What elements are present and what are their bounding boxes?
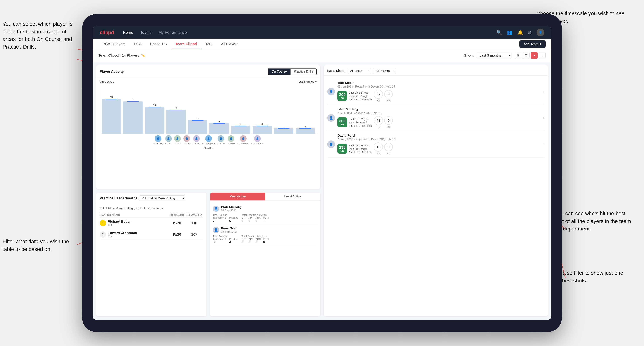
toggle-on-course[interactable]: On Course (268, 68, 290, 75)
shots-filter-select[interactable]: All Shots Best Shots (348, 68, 371, 74)
shot-zero-value: 0 (384, 90, 393, 98)
bar-avatar: 👤 (165, 135, 172, 142)
practice-label: Practice (229, 238, 238, 240)
bar[interactable] (145, 107, 164, 134)
tournament-label: Tournament (213, 216, 226, 219)
active-player-name: Blair McHarg (221, 205, 241, 209)
toggle-practice[interactable]: Practice Drills (290, 68, 316, 75)
bar-chart: 13 12 10 9 5 4 3 3 (100, 85, 317, 134)
add-team-button[interactable]: Add Team + (520, 40, 546, 48)
bar[interactable] (231, 126, 250, 134)
bar-avatars-row: 👤 B. McHarg 👤 R. Britt 👤 D. Ford 👤 J. Co… (100, 134, 317, 145)
bar[interactable] (102, 99, 121, 134)
bar-name: E. Crossman (237, 142, 249, 145)
plus-circle-icon[interactable]: ⊕ (528, 30, 532, 35)
shot-player-avatar: 👤 (327, 88, 335, 95)
shot-badge: 200 SG (338, 91, 347, 101)
practice-row[interactable]: 1 Richard Butler ① 1 19/20 110 (100, 218, 203, 229)
nav-links: Home Teams My Performance (123, 30, 187, 35)
putt-label: PUTT (263, 216, 270, 219)
bar[interactable] (252, 126, 272, 134)
shot-zero-label: yds (387, 99, 390, 102)
tab-all-players[interactable]: All Players (217, 39, 242, 49)
practice-row[interactable]: 2 Edward Crossman ② 2 18/20 107 (100, 229, 203, 240)
bar-value: 9 (175, 107, 176, 109)
nav-link-teams[interactable]: Teams (140, 30, 152, 35)
shot-item[interactable]: 👤 Blair McHarg 23 Jul 2023 · Ashridge GC… (327, 105, 544, 131)
bar-group: 4 (209, 120, 229, 134)
bell-icon[interactable]: 🔔 (517, 30, 523, 35)
shot-zero-label: yds (387, 126, 390, 128)
show-select[interactable]: Last 3 months Last 6 months Last 12 mont… (476, 52, 511, 59)
user-avatar[interactable]: 👤 (536, 29, 544, 36)
bar[interactable] (296, 128, 315, 134)
shot-item[interactable]: 👤 David Ford 24 Aug 2023 · Royal North D… (327, 131, 544, 158)
card-view-icon[interactable]: ♥ (531, 52, 538, 59)
users-icon[interactable]: 👥 (507, 30, 512, 35)
tab-team-clippd[interactable]: Team Clippd (171, 39, 201, 49)
shots-players-select[interactable]: All Players (373, 68, 396, 74)
putt-value: 0 (263, 240, 270, 244)
bar[interactable] (166, 110, 186, 134)
practice-value: 4 (229, 240, 238, 244)
bar-avatar: 👤 (218, 135, 224, 142)
tab-hcaps[interactable]: Hcaps 1-5 (146, 39, 171, 49)
bar-chart-inner: 13 12 10 9 5 4 3 3 (100, 85, 317, 134)
bar[interactable] (123, 101, 142, 134)
bar-value: 10 (153, 104, 156, 106)
shot-zero-value: 0 (384, 116, 393, 125)
app-value: 0 (249, 240, 254, 244)
shots-card-header: Best Shots All Shots Best Shots All Play… (324, 65, 548, 76)
bar-avatar: 👤 (184, 135, 190, 142)
shot-zero-value: 0 (384, 143, 393, 151)
list-view-icon[interactable]: ☰ (523, 52, 530, 59)
practice-pb-score: 18/20 (168, 232, 186, 236)
shot-player-info: David Ford 24 Aug 2023 · Royal North Dev… (338, 134, 540, 155)
bar-group: 2 (296, 125, 315, 134)
tab-most-active[interactable]: Most Active (210, 192, 265, 200)
tab-least-active[interactable]: Least Active (265, 192, 320, 200)
edit-icon[interactable]: ✏️ (141, 53, 145, 57)
search-icon[interactable]: 🔍 (496, 30, 502, 35)
activity-card-header: Player Activity On Course Practice Drill… (96, 65, 320, 77)
active-player-date: 26 Aug 2023 (221, 209, 241, 212)
main-grid: Player Activity On Course Practice Drill… (93, 62, 551, 320)
bar-value: 4 (218, 120, 220, 123)
practice-subtitle: PUTT Must Make Putting (3-6 ft), Last 3 … (100, 206, 203, 210)
chart-dropdown[interactable]: Total Rounds ▾ (297, 80, 317, 84)
bar-value: 2 (283, 125, 284, 128)
tab-tour[interactable]: Tour (201, 39, 217, 49)
tab-pga[interactable]: PGA (130, 39, 146, 49)
shot-player-avatar: 👤 (327, 114, 335, 122)
bar[interactable] (188, 120, 207, 134)
practice-activities-label: Total Practice Activities (242, 213, 270, 216)
shot-chevron-icon: › (543, 116, 544, 120)
practice-player-info: Edward Crossman ② 2 (108, 231, 168, 238)
practice-pb-score: 19/20 (168, 221, 186, 225)
bar-group: 3 (231, 123, 250, 134)
tournament-label: Tournament (213, 238, 226, 240)
bar[interactable] (274, 128, 294, 134)
practice-dropdown[interactable]: PUTT Must Make Putting ... (139, 195, 185, 201)
shot-details: 198 SG Shot Dist: 16 yds Start Lie: Roug… (338, 142, 540, 155)
app-value: 0 (249, 219, 254, 223)
activity-card-content: On Course Total Rounds ▾ 13 12 (96, 77, 320, 189)
tab-pgat-players[interactable]: PGAT Players (98, 39, 130, 49)
view-icons: ⊞ ☰ ♥ ⋮ (515, 52, 546, 59)
bar-value: 3 (240, 123, 241, 125)
bar[interactable] (209, 123, 229, 134)
shot-zero-box: 0 yds (384, 116, 393, 128)
shot-zero-box: 0 yds (384, 143, 393, 155)
most-active-tabs: Most Active Least Active (210, 192, 320, 201)
grid-view-icon[interactable]: ⊞ (515, 52, 522, 59)
shot-item[interactable]: 👤 Matt Miller 09 Jun 2023 · Royal North … (327, 78, 544, 105)
shot-player-info: Matt Miller 09 Jun 2023 · Royal North De… (338, 81, 540, 102)
content-area: Team Clippd | 14 Players ✏️ Show: Last 3… (93, 49, 551, 320)
nav-link-performance[interactable]: My Performance (158, 30, 187, 35)
nav-link-home[interactable]: Home (123, 30, 133, 35)
practice-title: Practice Leaderboards (100, 196, 138, 200)
tablet-device: clippd Home Teams My Performance 🔍 👥 🔔 ⊕… (82, 14, 562, 332)
rank-badge: 1 (100, 220, 106, 226)
nav-logo: clippd (100, 30, 114, 35)
settings-view-icon[interactable]: ⋮ (539, 52, 546, 59)
